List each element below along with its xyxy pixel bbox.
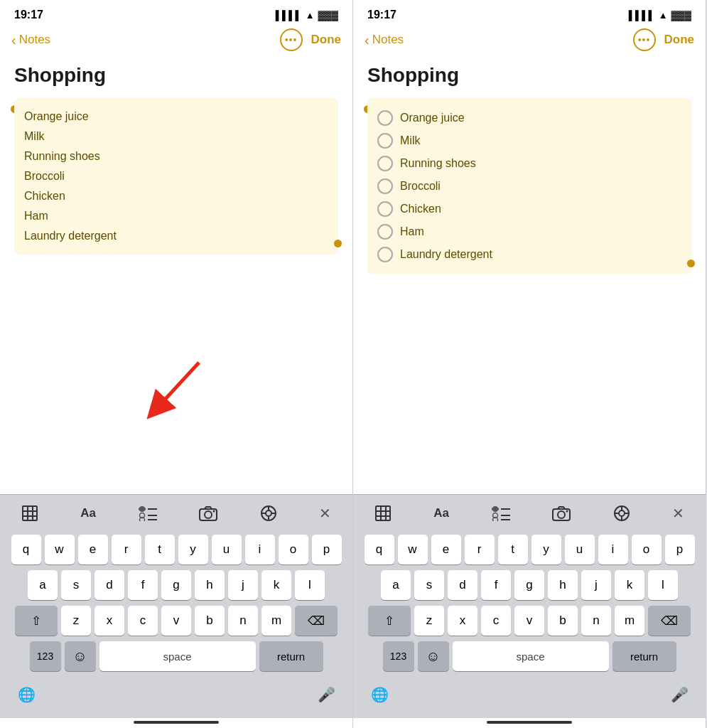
key-h-left[interactable]: h xyxy=(195,570,225,600)
markup-button-left[interactable] xyxy=(253,502,284,525)
back-button-right[interactable]: ‹ Notes xyxy=(365,33,404,47)
key-f-left[interactable]: f xyxy=(128,570,158,600)
camera-button-left[interactable] xyxy=(192,503,225,524)
checkbox[interactable] xyxy=(377,178,393,194)
key-v-left[interactable]: v xyxy=(161,606,191,636)
return-key-right[interactable]: return xyxy=(612,641,676,671)
key-l-left[interactable]: l xyxy=(295,570,325,600)
checkbox[interactable] xyxy=(377,133,393,149)
key-z-left[interactable]: z xyxy=(61,606,91,636)
key-o-left[interactable]: o xyxy=(279,535,308,564)
key-e-left[interactable]: e xyxy=(78,535,108,564)
num-key-right[interactable]: 123 xyxy=(383,641,414,671)
mic-key-right[interactable]: 🎤 xyxy=(664,680,694,710)
key-t-right[interactable]: t xyxy=(498,535,528,564)
markup-button-right[interactable] xyxy=(606,502,637,525)
format-button-left[interactable]: Aa xyxy=(73,503,103,523)
key-y-right[interactable]: y xyxy=(531,535,561,564)
space-key-right[interactable]: space xyxy=(453,641,609,671)
format-button-right[interactable]: Aa xyxy=(426,503,456,523)
key-k-left[interactable]: k xyxy=(261,570,291,600)
key-e-right[interactable]: e xyxy=(431,535,461,564)
back-button-left[interactable]: ‹ Notes xyxy=(11,33,50,47)
emoji-key-left[interactable]: ☺ xyxy=(65,641,96,671)
key-x-left[interactable]: x xyxy=(95,606,124,636)
key-m-left[interactable]: m xyxy=(261,606,291,636)
key-w-left[interactable]: w xyxy=(45,535,75,564)
key-o-right[interactable]: o xyxy=(632,535,662,564)
shift-key-left[interactable]: ⇧ xyxy=(15,606,58,636)
key-j-right[interactable]: j xyxy=(581,570,611,600)
key-r-left[interactable]: r xyxy=(112,535,141,564)
key-a-right[interactable]: a xyxy=(381,570,411,600)
globe-key-right[interactable]: 🌐 xyxy=(365,680,394,710)
done-button-right[interactable]: Done xyxy=(664,33,695,47)
checkbox[interactable] xyxy=(377,110,393,126)
key-y-left[interactable]: y xyxy=(178,535,208,564)
key-j-left[interactable]: j xyxy=(228,570,258,600)
emoji-key-right[interactable]: ☺ xyxy=(418,641,449,671)
note-content-right: Shopping Orange juice Milk Running shoes… xyxy=(353,58,706,494)
close-button-right[interactable]: ✕ xyxy=(665,502,691,525)
mic-key-left[interactable]: 🎤 xyxy=(311,680,341,710)
note-title-left: Shopping xyxy=(14,64,338,87)
delete-key-right[interactable]: ⌫ xyxy=(648,606,691,636)
key-w-right[interactable]: w xyxy=(398,535,428,564)
key-x-right[interactable]: x xyxy=(448,606,477,636)
key-z-right[interactable]: z xyxy=(414,606,444,636)
table-button-right[interactable] xyxy=(367,502,399,525)
svg-point-35 xyxy=(558,511,565,518)
checklist-button-right[interactable] xyxy=(485,503,517,524)
checkbox[interactable] xyxy=(377,156,393,171)
camera-button-right[interactable] xyxy=(545,503,578,524)
key-n-right[interactable]: n xyxy=(581,606,611,636)
key-u-left[interactable]: u xyxy=(212,535,242,564)
key-r-right[interactable]: r xyxy=(465,535,495,564)
space-key-left[interactable]: space xyxy=(99,641,256,671)
checklist-area-left[interactable]: Orange juice Milk Running shoes Broccoli… xyxy=(14,98,338,255)
key-t-left[interactable]: t xyxy=(145,535,175,564)
globe-key-left[interactable]: 🌐 xyxy=(11,680,41,710)
key-d-right[interactable]: d xyxy=(448,570,477,600)
more-button-right[interactable]: ••• xyxy=(633,28,656,51)
close-button-left[interactable]: ✕ xyxy=(312,502,338,525)
key-u-right[interactable]: u xyxy=(565,535,595,564)
key-k-right[interactable]: k xyxy=(615,570,644,600)
checklist-area-right[interactable]: Orange juice Milk Running shoes Broccoli… xyxy=(367,98,691,274)
more-button-left[interactable]: ••• xyxy=(280,28,303,51)
key-l-right[interactable]: l xyxy=(648,570,678,600)
checklist-button-left[interactable] xyxy=(131,503,164,524)
bottom-row-right: 🌐 🎤 xyxy=(356,677,703,715)
delete-key-left[interactable]: ⌫ xyxy=(295,606,338,636)
key-v-right[interactable]: v xyxy=(514,606,544,636)
key-i-right[interactable]: i xyxy=(598,535,628,564)
key-s-left[interactable]: s xyxy=(61,570,91,600)
key-i-left[interactable]: i xyxy=(245,535,275,564)
key-f-right[interactable]: f xyxy=(481,570,511,600)
key-m-right[interactable]: m xyxy=(615,606,644,636)
table-button-left[interactable] xyxy=(14,502,45,525)
key-p-left[interactable]: p xyxy=(312,535,342,564)
key-c-right[interactable]: c xyxy=(481,606,511,636)
key-g-right[interactable]: g xyxy=(514,570,544,600)
return-key-left[interactable]: return xyxy=(259,641,323,671)
key-n-left[interactable]: n xyxy=(228,606,258,636)
gold-dot-bottom-right xyxy=(687,259,695,267)
checkbox[interactable] xyxy=(377,224,393,240)
key-c-left[interactable]: c xyxy=(128,606,158,636)
checkbox[interactable] xyxy=(377,247,393,262)
key-s-right[interactable]: s xyxy=(414,570,444,600)
num-key-left[interactable]: 123 xyxy=(30,641,61,671)
key-b-left[interactable]: b xyxy=(195,606,225,636)
key-a-left[interactable]: a xyxy=(28,570,58,600)
done-button-left[interactable]: Done xyxy=(311,33,342,47)
key-p-right[interactable]: p xyxy=(665,535,695,564)
key-h-right[interactable]: h xyxy=(548,570,578,600)
key-d-left[interactable]: d xyxy=(95,570,124,600)
key-q-left[interactable]: q xyxy=(11,535,41,564)
key-b-right[interactable]: b xyxy=(548,606,578,636)
checkbox[interactable] xyxy=(377,201,393,217)
shift-key-right[interactable]: ⇧ xyxy=(368,606,411,636)
key-g-left[interactable]: g xyxy=(161,570,191,600)
key-q-right[interactable]: q xyxy=(365,535,394,564)
